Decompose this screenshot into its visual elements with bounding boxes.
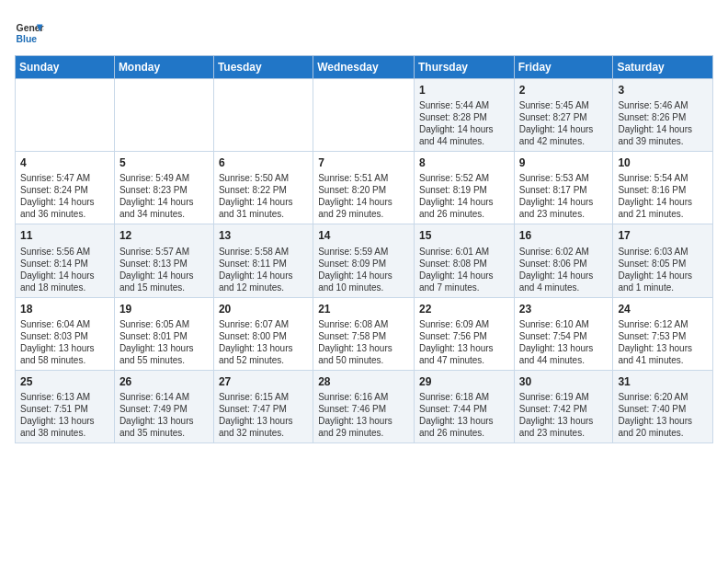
cell-content: Sunrise: 6:08 AM Sunset: 7:58 PM Dayligh… <box>318 318 409 366</box>
calendar-cell: 15Sunrise: 6:01 AM Sunset: 8:08 PM Dayli… <box>414 224 514 297</box>
calendar-week-row: 4Sunrise: 5:47 AM Sunset: 8:24 PM Daylig… <box>16 152 713 224</box>
cell-content: Sunrise: 6:19 AM Sunset: 7:42 PM Dayligh… <box>519 391 609 439</box>
day-number: 19 <box>119 302 209 316</box>
cell-content: Sunrise: 5:53 AM Sunset: 8:17 PM Dayligh… <box>519 172 609 220</box>
day-number: 24 <box>618 302 708 316</box>
cell-content: Sunrise: 5:46 AM Sunset: 8:26 PM Dayligh… <box>618 99 708 147</box>
calendar-cell: 12Sunrise: 5:57 AM Sunset: 8:13 PM Dayli… <box>114 224 213 297</box>
cell-content: Sunrise: 6:13 AM Sunset: 7:51 PM Dayligh… <box>20 391 109 439</box>
weekday-header: Wednesday <box>313 56 415 79</box>
weekday-header: Saturday <box>613 56 713 79</box>
calendar-cell: 26Sunrise: 6:14 AM Sunset: 7:49 PM Dayli… <box>114 370 213 442</box>
cell-content: Sunrise: 5:45 AM Sunset: 8:27 PM Dayligh… <box>519 99 609 147</box>
weekday-header: Monday <box>114 56 213 79</box>
cell-content: Sunrise: 6:12 AM Sunset: 7:53 PM Dayligh… <box>618 318 708 366</box>
cell-content: Sunrise: 6:03 AM Sunset: 8:05 PM Dayligh… <box>618 246 708 293</box>
calendar-cell <box>213 79 313 152</box>
weekday-header: Sunday <box>16 56 115 79</box>
calendar-week-row: 1Sunrise: 5:44 AM Sunset: 8:28 PM Daylig… <box>16 79 713 152</box>
cell-content: Sunrise: 6:07 AM Sunset: 8:00 PM Dayligh… <box>219 318 308 366</box>
cell-content: Sunrise: 5:49 AM Sunset: 8:23 PM Dayligh… <box>119 172 209 220</box>
calendar-cell: 27Sunrise: 6:15 AM Sunset: 7:47 PM Dayli… <box>213 370 313 442</box>
calendar-table: SundayMondayTuesdayWednesdayThursdayFrid… <box>15 55 713 443</box>
cell-content: Sunrise: 5:56 AM Sunset: 8:14 PM Dayligh… <box>20 246 109 293</box>
day-number: 11 <box>20 228 109 243</box>
calendar-cell: 30Sunrise: 6:19 AM Sunset: 7:42 PM Dayli… <box>514 370 613 442</box>
weekday-header: Thursday <box>414 56 514 79</box>
svg-text:Blue: Blue <box>17 34 38 44</box>
cell-content: Sunrise: 6:10 AM Sunset: 7:54 PM Dayligh… <box>519 318 609 366</box>
logo-icon: General Blue <box>15 18 44 48</box>
calendar-cell <box>313 79 415 152</box>
calendar-cell: 2Sunrise: 5:45 AM Sunset: 8:27 PM Daylig… <box>514 79 613 152</box>
day-number: 9 <box>519 155 609 170</box>
calendar-cell: 19Sunrise: 6:05 AM Sunset: 8:01 PM Dayli… <box>114 297 213 370</box>
calendar-cell: 23Sunrise: 6:10 AM Sunset: 7:54 PM Dayli… <box>514 297 613 370</box>
cell-content: Sunrise: 5:52 AM Sunset: 8:19 PM Dayligh… <box>419 172 509 220</box>
calendar-cell: 6Sunrise: 5:50 AM Sunset: 8:22 PM Daylig… <box>213 152 313 224</box>
weekday-header-row: SundayMondayTuesdayWednesdayThursdayFrid… <box>16 56 713 79</box>
cell-content: Sunrise: 6:16 AM Sunset: 7:46 PM Dayligh… <box>318 391 409 439</box>
day-number: 28 <box>318 374 409 389</box>
calendar-cell <box>114 79 213 152</box>
day-number: 29 <box>419 374 509 389</box>
calendar-cell: 17Sunrise: 6:03 AM Sunset: 8:05 PM Dayli… <box>613 224 713 297</box>
day-number: 10 <box>618 155 708 170</box>
day-number: 1 <box>419 83 509 98</box>
day-number: 4 <box>20 155 109 170</box>
day-number: 13 <box>219 228 308 243</box>
calendar-cell: 20Sunrise: 6:07 AM Sunset: 8:00 PM Dayli… <box>213 297 313 370</box>
cell-content: Sunrise: 6:01 AM Sunset: 8:08 PM Dayligh… <box>419 246 509 293</box>
cell-content: Sunrise: 5:51 AM Sunset: 8:20 PM Dayligh… <box>318 172 409 220</box>
calendar-cell: 22Sunrise: 6:09 AM Sunset: 7:56 PM Dayli… <box>414 297 514 370</box>
day-number: 14 <box>318 228 409 243</box>
calendar-cell: 24Sunrise: 6:12 AM Sunset: 7:53 PM Dayli… <box>613 297 713 370</box>
day-number: 6 <box>219 155 308 170</box>
cell-content: Sunrise: 6:14 AM Sunset: 7:49 PM Dayligh… <box>119 391 209 439</box>
calendar-week-row: 11Sunrise: 5:56 AM Sunset: 8:14 PM Dayli… <box>16 224 713 297</box>
calendar-cell: 7Sunrise: 5:51 AM Sunset: 8:20 PM Daylig… <box>313 152 415 224</box>
day-number: 27 <box>219 374 308 389</box>
day-number: 5 <box>119 155 209 170</box>
calendar-cell: 16Sunrise: 6:02 AM Sunset: 8:06 PM Dayli… <box>514 224 613 297</box>
day-number: 18 <box>20 302 109 316</box>
day-number: 20 <box>219 302 308 316</box>
day-number: 12 <box>119 228 209 243</box>
header: General Blue <box>15 15 713 48</box>
calendar-week-row: 18Sunrise: 6:04 AM Sunset: 8:03 PM Dayli… <box>16 297 713 370</box>
cell-content: Sunrise: 5:44 AM Sunset: 8:28 PM Dayligh… <box>419 99 509 147</box>
cell-content: Sunrise: 6:18 AM Sunset: 7:44 PM Dayligh… <box>419 391 509 439</box>
calendar-cell <box>16 79 115 152</box>
cell-content: Sunrise: 5:54 AM Sunset: 8:16 PM Dayligh… <box>618 172 708 220</box>
calendar-cell: 10Sunrise: 5:54 AM Sunset: 8:16 PM Dayli… <box>613 152 713 224</box>
cell-content: Sunrise: 6:15 AM Sunset: 7:47 PM Dayligh… <box>219 391 308 439</box>
calendar-cell: 14Sunrise: 5:59 AM Sunset: 8:09 PM Dayli… <box>313 224 415 297</box>
day-number: 31 <box>618 374 708 389</box>
calendar-cell: 31Sunrise: 6:20 AM Sunset: 7:40 PM Dayli… <box>613 370 713 442</box>
day-number: 2 <box>519 83 609 98</box>
calendar-cell: 8Sunrise: 5:52 AM Sunset: 8:19 PM Daylig… <box>414 152 514 224</box>
calendar-cell: 9Sunrise: 5:53 AM Sunset: 8:17 PM Daylig… <box>514 152 613 224</box>
day-number: 23 <box>519 302 609 316</box>
calendar-cell: 25Sunrise: 6:13 AM Sunset: 7:51 PM Dayli… <box>16 370 115 442</box>
cell-content: Sunrise: 5:50 AM Sunset: 8:22 PM Dayligh… <box>219 172 308 220</box>
day-number: 15 <box>419 228 509 243</box>
calendar-cell: 1Sunrise: 5:44 AM Sunset: 8:28 PM Daylig… <box>414 79 514 152</box>
calendar-cell: 18Sunrise: 6:04 AM Sunset: 8:03 PM Dayli… <box>16 297 115 370</box>
cell-content: Sunrise: 5:58 AM Sunset: 8:11 PM Dayligh… <box>219 246 308 293</box>
calendar-cell: 21Sunrise: 6:08 AM Sunset: 7:58 PM Dayli… <box>313 297 415 370</box>
day-number: 16 <box>519 228 609 243</box>
day-number: 25 <box>20 374 109 389</box>
calendar-cell: 13Sunrise: 5:58 AM Sunset: 8:11 PM Dayli… <box>213 224 313 297</box>
cell-content: Sunrise: 5:57 AM Sunset: 8:13 PM Dayligh… <box>119 246 209 293</box>
day-number: 3 <box>618 83 708 98</box>
calendar-week-row: 25Sunrise: 6:13 AM Sunset: 7:51 PM Dayli… <box>16 370 713 442</box>
calendar-cell: 29Sunrise: 6:18 AM Sunset: 7:44 PM Dayli… <box>414 370 514 442</box>
day-number: 26 <box>119 374 209 389</box>
day-number: 7 <box>318 155 409 170</box>
calendar-cell: 28Sunrise: 6:16 AM Sunset: 7:46 PM Dayli… <box>313 370 415 442</box>
day-number: 22 <box>419 302 509 316</box>
cell-content: Sunrise: 6:20 AM Sunset: 7:40 PM Dayligh… <box>618 391 708 439</box>
weekday-header: Friday <box>514 56 613 79</box>
cell-content: Sunrise: 6:02 AM Sunset: 8:06 PM Dayligh… <box>519 246 609 293</box>
